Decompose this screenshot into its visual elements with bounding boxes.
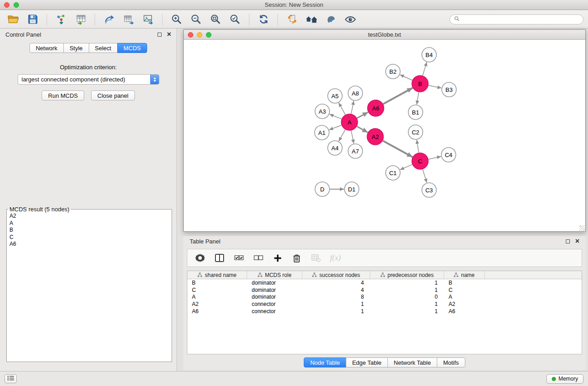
- graph-node-A4[interactable]: A4: [328, 141, 342, 155]
- network-zoom-button[interactable]: [206, 32, 211, 38]
- graph-node-C3[interactable]: C3: [422, 183, 436, 197]
- mcds-result-item[interactable]: B: [7, 227, 172, 234]
- column-header-name[interactable]: name: [444, 271, 485, 279]
- import-network-from-file-button[interactable]: [53, 12, 70, 27]
- table-cell[interactable]: 4: [302, 287, 370, 293]
- close-window-button[interactable]: [4, 2, 10, 8]
- tab-mcds[interactable]: MCDS: [117, 43, 147, 53]
- table-row[interactable]: Bdominator41B: [187, 279, 582, 286]
- table-cell[interactable]: dominator: [247, 280, 302, 286]
- table-tab-edge-table[interactable]: Edge Table: [346, 357, 388, 367]
- table-tab-motifs[interactable]: Motifs: [437, 357, 465, 367]
- table-cell[interactable]: A2: [187, 301, 247, 307]
- graph-node-A6[interactable]: A6: [368, 100, 384, 116]
- graph-edge-B-B1[interactable]: [417, 92, 419, 105]
- graph-edge-C-C4[interactable]: [429, 157, 441, 159]
- run-mcds-button[interactable]: Run MCDS: [42, 91, 84, 100]
- table-close-icon[interactable]: ×: [575, 238, 579, 245]
- graph-node-A2[interactable]: A2: [367, 129, 383, 145]
- column-header-successor-nodes[interactable]: successor nodes: [302, 271, 370, 279]
- graph-node-A1[interactable]: A1: [315, 125, 329, 140]
- graph-edge-A-A2[interactable]: [357, 126, 368, 132]
- graph-node-B3[interactable]: B3: [442, 82, 456, 97]
- table-cell[interactable]: A6: [187, 308, 247, 315]
- graph-edge-A-A5[interactable]: [339, 103, 345, 115]
- zoom-in-button[interactable]: [168, 12, 185, 27]
- export-image-button[interactable]: [139, 12, 157, 27]
- graph-node-C1[interactable]: C1: [386, 166, 400, 180]
- search-input[interactable]: [463, 16, 579, 23]
- apply-preferred-layout-button[interactable]: [255, 12, 272, 27]
- show-hide-elements-button[interactable]: [342, 12, 359, 27]
- export-network-button[interactable]: [100, 12, 118, 27]
- graph-node-A8[interactable]: A8: [348, 86, 363, 100]
- zoom-selected-region-button[interactable]: [226, 12, 244, 27]
- network-close-button[interactable]: [188, 32, 193, 38]
- graph-node-D1[interactable]: D1: [344, 182, 359, 196]
- mcds-result-item[interactable]: C: [7, 234, 172, 241]
- network-graph[interactable]: AA6A2BCA5A8A3A1A4A7B2B4B3B1C2C4C1C3DD1: [184, 40, 585, 231]
- graph-node-C2[interactable]: C2: [408, 125, 423, 139]
- graph-edge-B-B2[interactable]: [400, 75, 412, 80]
- graph-edge-A-A6[interactable]: [357, 112, 368, 118]
- graph-node-A7[interactable]: A7: [348, 144, 363, 158]
- save-session-button[interactable]: [24, 12, 41, 27]
- tab-style[interactable]: Style: [63, 43, 89, 53]
- graph-node-D[interactable]: D: [315, 182, 330, 196]
- table-cell[interactable]: 1: [370, 301, 444, 307]
- show-panels-button[interactable]: [5, 374, 17, 383]
- column-header-predecessor-nodes[interactable]: predecessor nodes: [370, 271, 444, 279]
- import-table-from-file-button[interactable]: [72, 12, 89, 27]
- table-cell[interactable]: C: [444, 287, 485, 293]
- table-cell[interactable]: B: [187, 280, 247, 286]
- table-cell[interactable]: dominator: [247, 294, 302, 300]
- column-header-mcds-role[interactable]: MCDS role: [247, 271, 302, 279]
- table-row[interactable]: Adominator80A: [187, 294, 582, 301]
- table-cell[interactable]: 4: [302, 280, 370, 286]
- zoom-window-button[interactable]: [14, 2, 19, 8]
- graph-edge-A-A1[interactable]: [329, 125, 341, 130]
- show-columns-button[interactable]: [214, 253, 225, 263]
- resize-grip[interactable]: [579, 225, 585, 231]
- open-session-button[interactable]: [5, 12, 22, 27]
- network-minimize-button[interactable]: [197, 32, 202, 38]
- graph-node-C4[interactable]: C4: [441, 148, 456, 162]
- table-cell[interactable]: 1: [370, 280, 444, 286]
- graph-node-B1[interactable]: B1: [408, 105, 423, 119]
- tab-select[interactable]: Select: [89, 43, 118, 53]
- table-cell[interactable]: A6: [444, 308, 485, 315]
- graph-edge-A6-B[interactable]: [383, 88, 413, 104]
- first-neighbors-button[interactable]: [283, 12, 301, 27]
- export-table-button[interactable]: [120, 12, 137, 27]
- table-float-button[interactable]: [566, 239, 570, 243]
- graph-node-A[interactable]: A: [341, 114, 358, 130]
- column-header-shared-name[interactable]: shared name: [187, 271, 247, 279]
- mcds-result-item[interactable]: A6: [7, 241, 172, 248]
- mcds-result-item[interactable]: A: [7, 220, 172, 227]
- apply-style-button[interactable]: [322, 12, 339, 27]
- table-cell[interactable]: 8: [302, 294, 370, 300]
- float-panel-button[interactable]: [158, 33, 162, 37]
- table-row[interactable]: A2connector11A2: [187, 300, 582, 308]
- graph-node-B2[interactable]: B2: [386, 64, 400, 79]
- graph-edge-B-B3[interactable]: [429, 86, 442, 88]
- table-cell[interactable]: C: [187, 287, 247, 293]
- table-cell[interactable]: 1: [370, 308, 444, 315]
- select-all-rows-button[interactable]: [234, 253, 244, 263]
- deselect-all-rows-button[interactable]: [253, 253, 264, 263]
- show-all-button[interactable]: [303, 12, 320, 27]
- combo-spinner-icon[interactable]: [150, 74, 159, 85]
- table-tab-node-table[interactable]: Node Table: [304, 357, 346, 367]
- table-cell[interactable]: 0: [370, 294, 444, 300]
- table-cell[interactable]: 1: [370, 287, 444, 293]
- table-cell[interactable]: A: [444, 294, 485, 300]
- table-cell[interactable]: A2: [444, 301, 485, 307]
- graph-edge-C-C2[interactable]: [417, 140, 419, 152]
- table-cell[interactable]: B: [444, 280, 485, 286]
- table-cell[interactable]: connector: [247, 308, 302, 315]
- memory-button[interactable]: Memory: [546, 374, 583, 384]
- graph-edge-C-C1[interactable]: [400, 165, 412, 170]
- graph-node-C[interactable]: C: [412, 153, 428, 169]
- graph-edge-C-C3[interactable]: [423, 169, 427, 183]
- table-cell[interactable]: connector: [247, 301, 302, 307]
